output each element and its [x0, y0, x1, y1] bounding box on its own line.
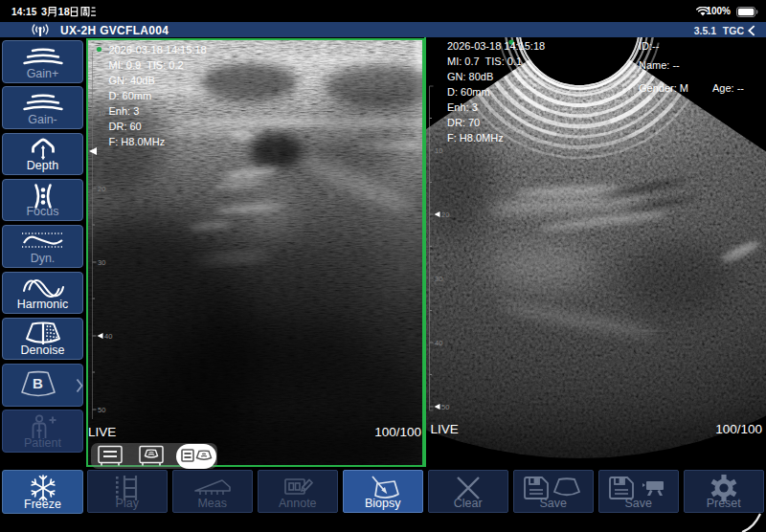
- svg-text:10: 10: [98, 109, 105, 118]
- svg-text:50: 50: [441, 403, 449, 411]
- svg-text:3: 3: [41, 6, 47, 17]
- svg-text:50: 50: [98, 406, 105, 414]
- svg-text:30: 30: [435, 275, 442, 283]
- svg-text:18: 18: [58, 6, 70, 17]
- svg-text:30: 30: [98, 258, 105, 267]
- svg-text:20: 20: [98, 185, 105, 193]
- svg-text:B: B: [33, 375, 43, 391]
- svg-text:40: 40: [435, 339, 442, 347]
- svg-text:10: 10: [435, 146, 442, 155]
- svg-text:40: 40: [104, 332, 112, 341]
- svg-text:20: 20: [441, 211, 449, 219]
